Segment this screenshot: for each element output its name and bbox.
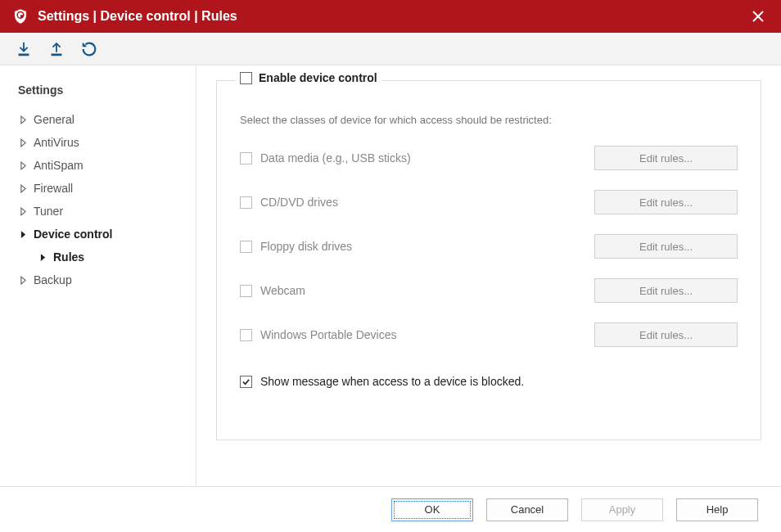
sidebar-item-label: Device control bbox=[34, 228, 112, 241]
sidebar-item-label: AntiVirus bbox=[34, 136, 79, 149]
sidebar-item-rules[interactable]: Rules bbox=[38, 246, 184, 268]
app-shield-icon bbox=[11, 7, 29, 25]
groupbox-legend[interactable]: Enable device control bbox=[235, 71, 382, 84]
chevron-right-icon bbox=[20, 183, 27, 194]
sidebar-item-device-control[interactable]: Device control bbox=[18, 223, 184, 246]
sidebar-item-label: Tuner bbox=[34, 205, 63, 218]
device-label: Data media (e.g., USB sticks) bbox=[260, 151, 411, 165]
chevron-right-icon bbox=[20, 274, 27, 286]
device-checkbox-floppy[interactable] bbox=[240, 241, 252, 253]
chevron-right-icon bbox=[20, 160, 27, 171]
ok-button[interactable]: OK bbox=[391, 498, 473, 521]
export-icon[interactable] bbox=[46, 38, 67, 60]
edit-rules-button-cddvd[interactable]: Edit rules... bbox=[594, 190, 738, 214]
sidebar-item-label: Rules bbox=[53, 250, 84, 264]
show-message-row[interactable]: Show message when access to a device is … bbox=[240, 375, 738, 388]
svg-rect-3 bbox=[52, 53, 62, 56]
sidebar-sub-device-control: Rules bbox=[38, 246, 184, 268]
sidebar: Settings General AntiVirus AntiSpam Fire… bbox=[0, 65, 196, 486]
device-row-floppy: Floppy disk drives Edit rules... bbox=[240, 234, 738, 259]
reset-icon[interactable] bbox=[79, 38, 100, 60]
titlebar: Settings | Device control | Rules bbox=[0, 0, 781, 33]
import-icon[interactable] bbox=[13, 38, 34, 60]
help-button[interactable]: Help bbox=[676, 498, 758, 521]
device-label: Webcam bbox=[260, 284, 305, 297]
device-control-groupbox: Enable device control Select the classes… bbox=[216, 80, 761, 440]
chevron-right-icon bbox=[20, 205, 27, 217]
chevron-right-icon bbox=[20, 137, 27, 148]
chevron-right-icon bbox=[39, 251, 47, 263]
device-label: CD/DVD drives bbox=[260, 196, 338, 209]
chevron-right-icon bbox=[20, 114, 27, 125]
device-checkbox-wpd[interactable] bbox=[240, 329, 252, 341]
sidebar-item-antispam[interactable]: AntiSpam bbox=[18, 154, 184, 177]
sidebar-item-tuner[interactable]: Tuner bbox=[18, 200, 184, 223]
sidebar-item-label: AntiSpam bbox=[34, 159, 84, 172]
sidebar-item-label: Backup bbox=[34, 273, 72, 286]
sidebar-item-label: Firewall bbox=[34, 182, 73, 195]
edit-rules-button-data-media[interactable]: Edit rules... bbox=[594, 146, 738, 170]
sidebar-item-backup[interactable]: Backup bbox=[18, 268, 184, 291]
device-row-data-media: Data media (e.g., USB sticks) Edit rules… bbox=[240, 146, 738, 170]
edit-rules-button-webcam[interactable]: Edit rules... bbox=[594, 278, 738, 303]
toolbar bbox=[0, 33, 781, 65]
enable-device-control-label: Enable device control bbox=[259, 71, 377, 84]
show-message-label: Show message when access to a device is … bbox=[260, 375, 524, 388]
device-label: Floppy disk drives bbox=[260, 240, 352, 253]
close-icon[interactable] bbox=[745, 3, 771, 29]
groupbox-description: Select the classes of device for which a… bbox=[240, 114, 738, 126]
edit-rules-button-wpd[interactable]: Edit rules... bbox=[594, 322, 738, 347]
edit-rules-button-floppy[interactable]: Edit rules... bbox=[594, 234, 738, 259]
footer: OK Cancel Apply Help bbox=[0, 486, 781, 532]
device-row-cddvd: CD/DVD drives Edit rules... bbox=[240, 190, 738, 214]
apply-button[interactable]: Apply bbox=[581, 498, 663, 521]
cancel-button[interactable]: Cancel bbox=[486, 498, 568, 521]
device-checkbox-data-media[interactable] bbox=[240, 152, 252, 165]
window-title: Settings | Device control | Rules bbox=[38, 9, 745, 24]
chevron-right-icon bbox=[20, 228, 27, 240]
device-row-wpd: Windows Portable Devices Edit rules... bbox=[240, 322, 738, 347]
sidebar-item-label: General bbox=[34, 113, 74, 126]
content-panel: Enable device control Select the classes… bbox=[196, 65, 781, 486]
enable-device-control-checkbox[interactable] bbox=[240, 72, 252, 84]
body: Settings General AntiVirus AntiSpam Fire… bbox=[0, 65, 781, 486]
sidebar-item-firewall[interactable]: Firewall bbox=[18, 177, 184, 200]
sidebar-heading: Settings bbox=[18, 83, 184, 97]
device-row-webcam: Webcam Edit rules... bbox=[240, 278, 738, 303]
device-label: Windows Portable Devices bbox=[260, 328, 397, 341]
sidebar-item-general[interactable]: General bbox=[18, 108, 184, 131]
sidebar-item-antivirus[interactable]: AntiVirus bbox=[18, 131, 184, 154]
svg-rect-2 bbox=[19, 53, 29, 56]
device-checkbox-webcam[interactable] bbox=[240, 285, 252, 297]
device-checkbox-cddvd[interactable] bbox=[240, 196, 252, 209]
show-message-checkbox[interactable] bbox=[240, 376, 252, 388]
